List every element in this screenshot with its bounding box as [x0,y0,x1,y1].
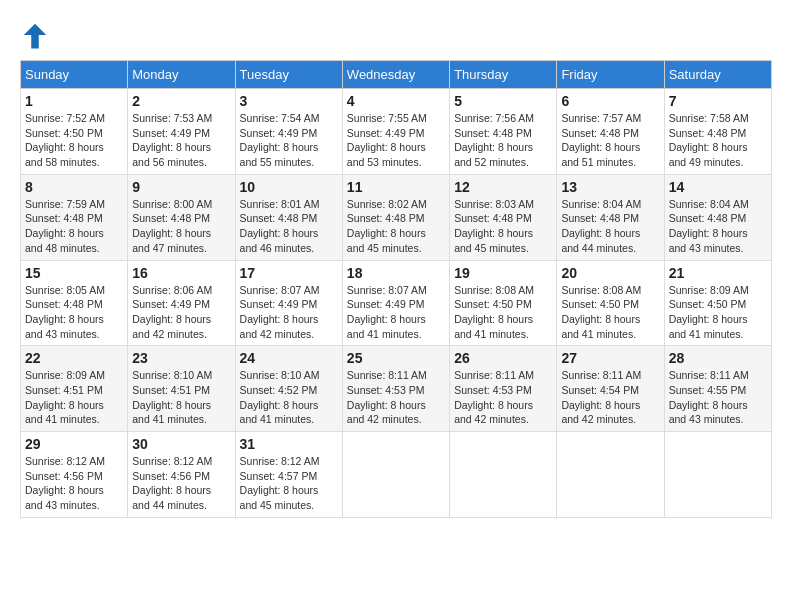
col-saturday: Saturday [664,61,771,89]
calendar-day-cell: 6 Sunrise: 7:57 AM Sunset: 4:48 PM Dayli… [557,89,664,175]
day-number: 8 [25,179,123,195]
calendar-day-cell: 17 Sunrise: 8:07 AM Sunset: 4:49 PM Dayl… [235,260,342,346]
day-info: Sunrise: 8:00 AM Sunset: 4:48 PM Dayligh… [132,197,230,256]
day-info: Sunrise: 8:02 AM Sunset: 4:48 PM Dayligh… [347,197,445,256]
calendar-day-cell: 19 Sunrise: 8:08 AM Sunset: 4:50 PM Dayl… [450,260,557,346]
day-number: 27 [561,350,659,366]
col-sunday: Sunday [21,61,128,89]
calendar-week-row: 8 Sunrise: 7:59 AM Sunset: 4:48 PM Dayli… [21,174,772,260]
calendar-day-cell: 10 Sunrise: 8:01 AM Sunset: 4:48 PM Dayl… [235,174,342,260]
calendar-day-cell: 21 Sunrise: 8:09 AM Sunset: 4:50 PM Dayl… [664,260,771,346]
day-number: 6 [561,93,659,109]
calendar-day-cell: 12 Sunrise: 8:03 AM Sunset: 4:48 PM Dayl… [450,174,557,260]
day-info: Sunrise: 8:07 AM Sunset: 4:49 PM Dayligh… [347,283,445,342]
day-number: 20 [561,265,659,281]
calendar-day-cell: 22 Sunrise: 8:09 AM Sunset: 4:51 PM Dayl… [21,346,128,432]
calendar-day-cell: 29 Sunrise: 8:12 AM Sunset: 4:56 PM Dayl… [21,432,128,518]
day-number: 31 [240,436,338,452]
day-info: Sunrise: 8:12 AM Sunset: 4:56 PM Dayligh… [132,454,230,513]
calendar-day-cell: 27 Sunrise: 8:11 AM Sunset: 4:54 PM Dayl… [557,346,664,432]
col-friday: Friday [557,61,664,89]
day-number: 14 [669,179,767,195]
calendar-day-cell [450,432,557,518]
day-info: Sunrise: 7:52 AM Sunset: 4:50 PM Dayligh… [25,111,123,170]
day-number: 2 [132,93,230,109]
day-number: 29 [25,436,123,452]
day-info: Sunrise: 8:10 AM Sunset: 4:52 PM Dayligh… [240,368,338,427]
calendar-day-cell: 13 Sunrise: 8:04 AM Sunset: 4:48 PM Dayl… [557,174,664,260]
day-number: 11 [347,179,445,195]
day-number: 18 [347,265,445,281]
calendar-day-cell: 16 Sunrise: 8:06 AM Sunset: 4:49 PM Dayl… [128,260,235,346]
day-number: 1 [25,93,123,109]
day-number: 19 [454,265,552,281]
day-info: Sunrise: 8:11 AM Sunset: 4:53 PM Dayligh… [347,368,445,427]
day-number: 9 [132,179,230,195]
col-thursday: Thursday [450,61,557,89]
calendar-day-cell: 31 Sunrise: 8:12 AM Sunset: 4:57 PM Dayl… [235,432,342,518]
day-info: Sunrise: 7:58 AM Sunset: 4:48 PM Dayligh… [669,111,767,170]
calendar-day-cell: 9 Sunrise: 8:00 AM Sunset: 4:48 PM Dayli… [128,174,235,260]
calendar-day-cell: 1 Sunrise: 7:52 AM Sunset: 4:50 PM Dayli… [21,89,128,175]
page-header [20,20,772,50]
day-info: Sunrise: 8:08 AM Sunset: 4:50 PM Dayligh… [561,283,659,342]
day-number: 26 [454,350,552,366]
day-info: Sunrise: 8:01 AM Sunset: 4:48 PM Dayligh… [240,197,338,256]
day-number: 10 [240,179,338,195]
calendar-day-cell: 11 Sunrise: 8:02 AM Sunset: 4:48 PM Dayl… [342,174,449,260]
day-info: Sunrise: 8:06 AM Sunset: 4:49 PM Dayligh… [132,283,230,342]
day-number: 4 [347,93,445,109]
day-number: 13 [561,179,659,195]
day-info: Sunrise: 8:11 AM Sunset: 4:54 PM Dayligh… [561,368,659,427]
calendar-day-cell [342,432,449,518]
day-number: 17 [240,265,338,281]
calendar-day-cell [664,432,771,518]
col-monday: Monday [128,61,235,89]
calendar-day-cell: 28 Sunrise: 8:11 AM Sunset: 4:55 PM Dayl… [664,346,771,432]
calendar-day-cell: 25 Sunrise: 8:11 AM Sunset: 4:53 PM Dayl… [342,346,449,432]
logo [20,20,54,50]
day-number: 22 [25,350,123,366]
day-info: Sunrise: 8:08 AM Sunset: 4:50 PM Dayligh… [454,283,552,342]
calendar-day-cell: 14 Sunrise: 8:04 AM Sunset: 4:48 PM Dayl… [664,174,771,260]
day-info: Sunrise: 7:54 AM Sunset: 4:49 PM Dayligh… [240,111,338,170]
day-info: Sunrise: 8:03 AM Sunset: 4:48 PM Dayligh… [454,197,552,256]
day-number: 7 [669,93,767,109]
day-info: Sunrise: 8:04 AM Sunset: 4:48 PM Dayligh… [669,197,767,256]
page-container: Sunday Monday Tuesday Wednesday Thursday… [20,20,772,518]
day-number: 24 [240,350,338,366]
calendar-day-cell: 26 Sunrise: 8:11 AM Sunset: 4:53 PM Dayl… [450,346,557,432]
day-info: Sunrise: 8:04 AM Sunset: 4:48 PM Dayligh… [561,197,659,256]
day-info: Sunrise: 8:11 AM Sunset: 4:53 PM Dayligh… [454,368,552,427]
day-number: 30 [132,436,230,452]
calendar-day-cell [557,432,664,518]
calendar-week-row: 22 Sunrise: 8:09 AM Sunset: 4:51 PM Dayl… [21,346,772,432]
day-info: Sunrise: 8:07 AM Sunset: 4:49 PM Dayligh… [240,283,338,342]
calendar-week-row: 1 Sunrise: 7:52 AM Sunset: 4:50 PM Dayli… [21,89,772,175]
col-tuesday: Tuesday [235,61,342,89]
day-info: Sunrise: 7:55 AM Sunset: 4:49 PM Dayligh… [347,111,445,170]
calendar-week-row: 29 Sunrise: 8:12 AM Sunset: 4:56 PM Dayl… [21,432,772,518]
day-info: Sunrise: 7:57 AM Sunset: 4:48 PM Dayligh… [561,111,659,170]
day-info: Sunrise: 7:56 AM Sunset: 4:48 PM Dayligh… [454,111,552,170]
day-number: 16 [132,265,230,281]
calendar-day-cell: 7 Sunrise: 7:58 AM Sunset: 4:48 PM Dayli… [664,89,771,175]
day-number: 5 [454,93,552,109]
calendar-day-cell: 18 Sunrise: 8:07 AM Sunset: 4:49 PM Dayl… [342,260,449,346]
day-info: Sunrise: 8:12 AM Sunset: 4:56 PM Dayligh… [25,454,123,513]
logo-icon [20,20,50,50]
day-info: Sunrise: 7:53 AM Sunset: 4:49 PM Dayligh… [132,111,230,170]
day-number: 15 [25,265,123,281]
day-info: Sunrise: 8:09 AM Sunset: 4:51 PM Dayligh… [25,368,123,427]
calendar-header-row: Sunday Monday Tuesday Wednesday Thursday… [21,61,772,89]
day-number: 25 [347,350,445,366]
calendar-week-row: 15 Sunrise: 8:05 AM Sunset: 4:48 PM Dayl… [21,260,772,346]
calendar-day-cell: 2 Sunrise: 7:53 AM Sunset: 4:49 PM Dayli… [128,89,235,175]
day-number: 3 [240,93,338,109]
col-wednesday: Wednesday [342,61,449,89]
svg-marker-1 [24,24,47,49]
calendar-day-cell: 5 Sunrise: 7:56 AM Sunset: 4:48 PM Dayli… [450,89,557,175]
day-info: Sunrise: 8:12 AM Sunset: 4:57 PM Dayligh… [240,454,338,513]
calendar-day-cell: 8 Sunrise: 7:59 AM Sunset: 4:48 PM Dayli… [21,174,128,260]
day-info: Sunrise: 8:10 AM Sunset: 4:51 PM Dayligh… [132,368,230,427]
